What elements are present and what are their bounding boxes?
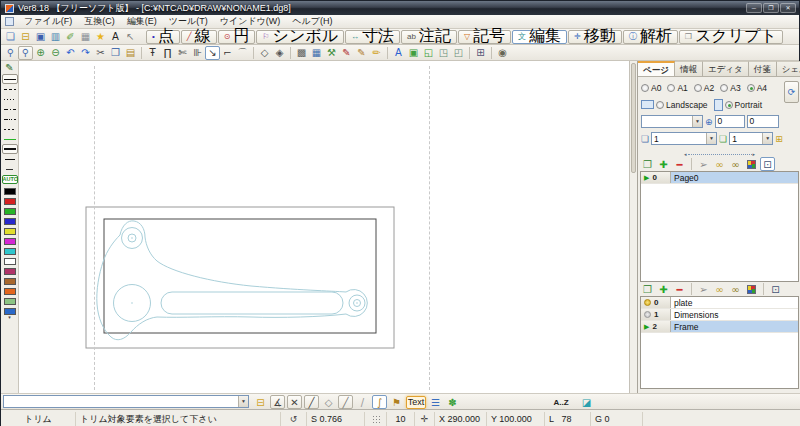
coordinate-mode-icon[interactable]: ✛ xyxy=(415,412,435,426)
color-swatch-2[interactable] xyxy=(4,208,16,215)
color-dropdown-icon[interactable]: ▾ xyxy=(8,315,11,319)
line-style-dashed[interactable] xyxy=(2,84,18,94)
edit-style-icon[interactable]: ✏ xyxy=(369,46,384,60)
fit-view-icon[interactable]: ◱ xyxy=(421,46,436,60)
print-icon[interactable]: ▦ xyxy=(78,30,93,44)
open-file-icon[interactable]: ⊟ xyxy=(18,30,33,44)
cut-icon[interactable]: ✂ xyxy=(93,46,108,60)
paste-icon[interactable]: ▤ xyxy=(123,46,138,60)
copy-icon[interactable]: ❐ xyxy=(108,46,123,60)
leader-arrow-icon[interactable]: ↖ xyxy=(123,30,138,44)
snap-intersection-icon[interactable]: ✕ xyxy=(287,395,302,409)
find-page-icon[interactable]: ∞ xyxy=(712,157,727,171)
color-swatch-1[interactable] xyxy=(4,198,16,205)
panel-tab-1[interactable]: 情報 xyxy=(675,61,703,76)
mode-point[interactable]: •点 xyxy=(146,30,180,44)
edit-points-icon[interactable]: ✎ xyxy=(354,46,369,60)
line-width-2-button[interactable] xyxy=(2,154,18,164)
text-snap-button[interactable]: Text xyxy=(406,396,426,409)
color-swatch-11[interactable] xyxy=(4,298,16,305)
color-swatch-10[interactable] xyxy=(4,288,16,295)
select-pointer-icon[interactable]: ➢ xyxy=(696,282,711,296)
snap-midpoint-icon[interactable]: ╱ xyxy=(338,395,353,409)
current-row-icon[interactable]: ▶ xyxy=(644,173,649,183)
find-layer-icon[interactable]: ∞ xyxy=(712,282,727,296)
snap-folder-icon[interactable]: ⊟ xyxy=(253,395,268,409)
fillet-tool-icon[interactable]: ⌒ xyxy=(235,46,250,60)
palette-icon[interactable] xyxy=(744,282,759,296)
add-layer-icon[interactable]: ✚ xyxy=(656,282,671,296)
list-row[interactable]: 1Dimensions xyxy=(641,309,798,321)
scale-right-combobox[interactable]: 1 ▼ xyxy=(729,132,773,145)
line-style-layer[interactable] xyxy=(2,134,18,144)
scale-left-combobox[interactable]: 1 ▼ xyxy=(651,132,717,145)
palette-icon[interactable] xyxy=(744,157,759,171)
list-row[interactable]: 0plate xyxy=(641,297,798,309)
minimize-button[interactable]: ─ xyxy=(746,3,762,13)
row-number-cell[interactable]: ▶2 xyxy=(641,321,671,332)
edit-text-icon[interactable]: A xyxy=(391,46,406,60)
list-row[interactable]: ▶0Page0 xyxy=(641,172,798,184)
select-range-icon[interactable]: ▩ xyxy=(294,46,309,60)
edit-all-icon[interactable]: ✎ xyxy=(339,46,354,60)
line-style-dotted[interactable] xyxy=(2,94,18,104)
row-label[interactable]: Frame xyxy=(671,321,798,332)
color-swatch-6[interactable] xyxy=(4,248,16,255)
color-swatch-8[interactable] xyxy=(4,268,16,275)
parallel-tool-icon[interactable]: ∏ xyxy=(160,46,175,60)
text-tool-icon[interactable]: A xyxy=(108,30,123,44)
refresh-page-button[interactable]: ⟳ xyxy=(784,81,799,103)
layer-visibility-icon[interactable] xyxy=(644,311,651,318)
add-page-icon[interactable]: ✚ xyxy=(656,157,671,171)
row-label[interactable]: Page0 xyxy=(671,172,798,183)
color-swatch-3[interactable] xyxy=(4,218,16,225)
grid-cell[interactable] xyxy=(365,412,387,426)
find-all-icon[interactable]: ∞ xyxy=(728,282,743,296)
panel-tab-2[interactable]: エディタ xyxy=(703,61,749,76)
mode-annotation[interactable]: ab注記 xyxy=(401,30,457,44)
panel-tab-0[interactable]: ページ xyxy=(638,61,675,76)
mode-circle[interactable]: ⊙円 xyxy=(218,30,256,44)
title-bar[interactable]: Ver8.18 【フリーソフト版】 - [C:¥NTCAD¥DRAW¥NONAM… xyxy=(1,1,799,15)
row-label[interactable]: plate xyxy=(671,297,798,308)
window-fit-icon[interactable]: ◳ xyxy=(436,46,451,60)
center-offset-icon[interactable]: ⊕ xyxy=(705,116,713,128)
mode-edit[interactable]: 文編集 xyxy=(512,30,567,44)
mode-script[interactable]: ❒スクリプト xyxy=(679,30,783,44)
auto-width-button[interactable]: AUTO xyxy=(2,175,18,184)
canvas-vertical-scrollbar[interactable] xyxy=(629,61,637,393)
find-all-icon[interactable]: ∞ xyxy=(728,157,743,171)
snap-nearest-icon[interactable]: / xyxy=(355,395,370,409)
window-zoom-icon[interactable]: ◰ xyxy=(451,46,466,60)
color-swatch-9[interactable] xyxy=(4,278,16,285)
snap-spline-icon[interactable]: ∫ xyxy=(372,395,387,409)
panel-tab-3[interactable]: 付箋 xyxy=(749,61,777,76)
stretch-tool-icon[interactable]: Ŧ xyxy=(145,46,160,60)
line-style-dashdot[interactable] xyxy=(2,104,18,114)
hatch-tool-icon[interactable]: ▦ xyxy=(309,46,324,60)
line-width-1-button[interactable] xyxy=(2,144,18,154)
color-swatch-5[interactable] xyxy=(4,238,16,245)
delete-tool-icon[interactable]: ◇ xyxy=(257,46,272,60)
drawing-canvas[interactable] xyxy=(19,61,629,393)
cascade-windows-icon[interactable]: ⊞ xyxy=(473,46,488,60)
paper-size-radio-a0[interactable] xyxy=(641,84,649,92)
portrait-radio[interactable] xyxy=(725,101,733,109)
number-flag-icon[interactable]: ⚑ xyxy=(389,395,404,409)
mode-mark[interactable]: ▽記号 xyxy=(458,30,511,44)
zoom-out-icon[interactable]: ⊖ xyxy=(48,46,63,60)
redo-icon[interactable]: ↷ xyxy=(78,46,93,60)
offset-y-input[interactable]: 0 xyxy=(747,115,779,128)
color-swatch-0[interactable] xyxy=(4,188,16,195)
paper-size-radio-a4[interactable] xyxy=(747,84,755,92)
remove-page-icon[interactable]: ━ xyxy=(672,157,687,171)
pen-style-icon[interactable]: ✎ xyxy=(2,61,18,74)
az-sort-button[interactable]: A..Z xyxy=(551,396,571,409)
zoom-previous-icon[interactable]: ⚲ xyxy=(3,46,18,60)
mode-move[interactable]: ✛移動 xyxy=(568,30,622,44)
row-number-cell[interactable]: ▶0 xyxy=(641,172,671,183)
layer-visibility-icon[interactable] xyxy=(644,299,651,306)
row-label[interactable]: Dimensions xyxy=(671,309,798,320)
attribute-tool-icon[interactable]: ⚒ xyxy=(324,46,339,60)
align-icon[interactable]: ☰ xyxy=(428,395,443,409)
